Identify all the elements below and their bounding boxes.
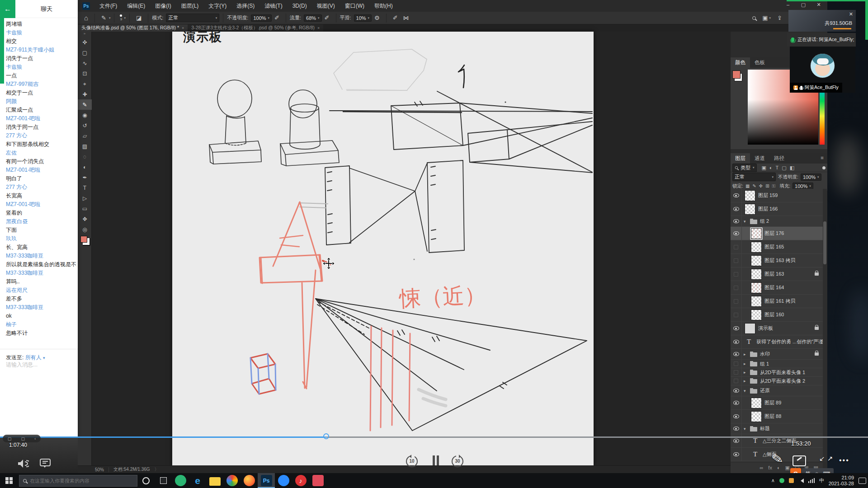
collapse-toolbar-icon[interactable]: » (78, 32, 91, 37)
layer-thumbnail[interactable] (751, 449, 760, 460)
blend-mode-select[interactable]: 正常▾ (166, 14, 219, 22)
tray-app-icon[interactable] (789, 478, 794, 483)
chat-input[interactable] (6, 361, 74, 368)
search-icon[interactable] (752, 16, 756, 20)
close-button[interactable]: ✕ (813, 0, 825, 10)
layer-thumbnail[interactable] (751, 228, 762, 239)
lock-option-icon[interactable]: ✎ (752, 183, 756, 189)
lock-option-icon[interactable]: ✜ (759, 183, 763, 189)
layer-row[interactable]: 获得了创作的勇 ...创作的"严谨" (731, 335, 823, 349)
layer-thumbnail[interactable] (745, 323, 755, 334)
layer-thumbnail[interactable] (750, 426, 758, 432)
panel-tab[interactable]: 路径 (769, 153, 789, 164)
brush-preset-icon[interactable]: ✎ (99, 14, 109, 21)
layer-thumbnail[interactable] (751, 269, 762, 280)
volume-icon[interactable] (17, 459, 29, 469)
layer-thumbnail[interactable] (751, 282, 762, 293)
lock-option-icon[interactable]: ⊞ (765, 183, 769, 189)
foreground-color-swatch[interactable] (732, 70, 741, 79)
hand-tool[interactable]: ✥ (78, 214, 92, 224)
menu-item[interactable]: 滤镜(T) (259, 0, 287, 12)
visibility-toggle[interactable] (731, 423, 742, 434)
more-options-icon[interactable]: ••• (839, 456, 849, 465)
panel-tab[interactable]: 通道 (750, 153, 769, 164)
layer-filter-select[interactable]: 类型▾ (732, 164, 757, 172)
expand-collapse-icon[interactable]: ▸ (744, 370, 748, 375)
crop-tool[interactable]: ⊡ (78, 68, 92, 79)
layer-style-icon[interactable]: fx (768, 465, 772, 470)
layer-row[interactable]: 图层 176 (731, 227, 823, 240)
layers-scrollbar[interactable] (823, 189, 827, 462)
panel-menu-icon[interactable]: ≡ (821, 155, 824, 160)
layer-mask-icon[interactable]: ▣ (785, 465, 790, 471)
filter-kind-icon[interactable]: T (776, 165, 779, 171)
cortana-icon[interactable] (137, 473, 155, 488)
expand-collapse-icon[interactable]: ▸ (744, 379, 748, 383)
layer-row[interactable]: 演示板 (731, 322, 823, 335)
visibility-toggle[interactable] (731, 368, 742, 376)
menu-item[interactable]: 文字(Y) (203, 0, 231, 12)
status-caret-icon[interactable]: 〉 (155, 466, 159, 473)
blur-tool[interactable]: ◌ (78, 151, 92, 162)
layer-row[interactable]: 图层 161 拷贝 (731, 295, 823, 308)
search-input[interactable] (30, 478, 125, 483)
layer-thumbnail[interactable] (751, 398, 762, 408)
filter-kind-icon[interactable]: ▢ (782, 165, 786, 171)
layer-row[interactable]: ▾ 还原 (731, 385, 823, 396)
expand-arrows-icon[interactable]: ↗ (827, 455, 833, 463)
symmetry-icon[interactable]: ⋈ (401, 14, 412, 21)
menu-item[interactable]: 图像(I) (150, 0, 176, 12)
app-quark[interactable] (172, 473, 189, 488)
layer-thumbnail[interactable] (751, 296, 762, 307)
layer-thumbnail[interactable] (751, 411, 762, 422)
layer-row[interactable]: 图层 89 (731, 396, 823, 410)
pressure-size-icon[interactable]: ✐ (390, 14, 401, 21)
panel-tab[interactable]: 色板 (750, 57, 769, 68)
minimize-button[interactable]: – (782, 0, 794, 10)
layer-row[interactable]: ▾ 标题 (731, 423, 823, 434)
layer-row[interactable]: 图层 163 (731, 267, 823, 281)
move-tool[interactable]: ✜ (78, 37, 92, 47)
visibility-toggle[interactable] (731, 254, 742, 267)
layer-thumbnail[interactable] (750, 361, 758, 367)
layer-row[interactable]: 图层 163 拷贝 (731, 254, 823, 267)
dodge-tool[interactable]: ◐ (78, 162, 92, 172)
link-layers-icon[interactable]: ∞ (760, 465, 764, 470)
expand-collapse-icon[interactable]: ▸ (744, 352, 748, 357)
menu-item[interactable]: 图层(L) (176, 0, 204, 12)
progress-scrubber[interactable] (323, 433, 329, 439)
layer-row[interactable]: 图层 164 (731, 281, 823, 295)
layer-thumbnail[interactable] (750, 388, 758, 394)
filter-kind-icon[interactable]: ▣ (762, 165, 766, 171)
shape-tool[interactable]: ▭ (78, 203, 92, 214)
action-center-icon[interactable] (859, 478, 866, 484)
lasso-tool[interactable]: ∿ (78, 58, 92, 68)
back-button[interactable]: ← (0, 0, 15, 18)
menu-item[interactable]: 文件(F) (94, 0, 122, 12)
maximize-button[interactable]: ▢ (797, 0, 809, 10)
filter-kind-icon[interactable]: ◐ (769, 165, 773, 171)
progress-bar[interactable] (0, 436, 868, 438)
layer-thumbnail[interactable] (751, 242, 762, 253)
danmaku-icon[interactable] (40, 459, 51, 468)
opacity-pressure-icon[interactable]: ✐ (272, 14, 282, 21)
visibility-toggle[interactable] (731, 202, 742, 216)
mini-toolbar[interactable]: ▢▢‹ (3, 435, 41, 442)
layer-thumbnail[interactable] (750, 378, 758, 384)
expand-collapse-icon[interactable]: ▾ (744, 427, 748, 431)
visibility-toggle[interactable] (731, 377, 742, 385)
brush-size-preview[interactable]: 9 (120, 14, 122, 21)
visibility-toggle[interactable] (731, 227, 742, 240)
network-icon[interactable] (808, 478, 815, 483)
app-firefox[interactable] (241, 473, 258, 488)
layer-blend-select[interactable]: 正常▾ (732, 173, 776, 181)
hidden-icons-chevron[interactable]: ∧ (771, 478, 775, 483)
send-to-select[interactable]: 所有人 ▾ (25, 354, 45, 361)
start-button[interactable] (0, 473, 18, 488)
visibility-toggle[interactable] (731, 448, 742, 461)
zoom-level[interactable]: 50% (95, 467, 104, 472)
pause-button[interactable] (433, 455, 440, 465)
layer-row[interactable]: 图层 160 (731, 308, 823, 322)
visibility-toggle[interactable] (731, 267, 742, 281)
visibility-toggle[interactable] (731, 410, 742, 423)
